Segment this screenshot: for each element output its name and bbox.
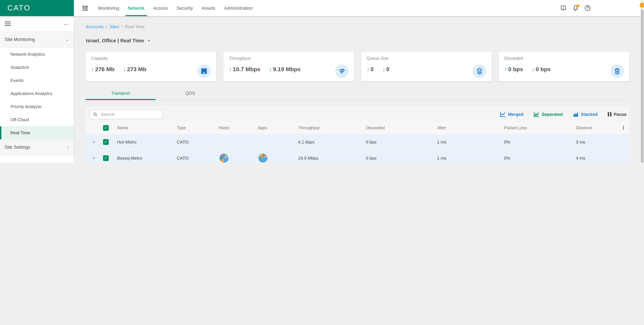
kpi-label: Capacity xyxy=(91,56,210,61)
sidebar-header: ← xyxy=(0,16,74,32)
kpi-upstream-value: ↑0 bps xyxy=(504,66,523,73)
hosts-pie-chart[interactable] xyxy=(220,153,228,163)
view-button-label: Pause xyxy=(614,112,626,117)
search-input[interactable] xyxy=(100,112,158,117)
column-header-name[interactable]: Name xyxy=(117,125,128,130)
scrollbar-thumb[interactable] xyxy=(641,10,644,163)
kpi-card-capacity: Capacity↑276 Mb↓273 Mb xyxy=(86,52,216,81)
main-nav: MonitoringNetworkAccessSecurityAssetsAdm… xyxy=(94,0,257,16)
breadcrumb-separator: / xyxy=(106,24,107,29)
expand-row-button[interactable]: + xyxy=(92,139,95,145)
chevron-down-icon: ⌄ xyxy=(66,37,69,42)
column-header-hosts[interactable]: Hosts xyxy=(219,125,230,130)
view-button-label: Stacked xyxy=(581,112,598,117)
device-icon[interactable] xyxy=(198,65,211,78)
table-toolbar: MergedSeparatedStackedPause xyxy=(86,106,629,122)
search-box[interactable] xyxy=(90,109,163,119)
kebab-icon[interactable]: ⋮ xyxy=(621,125,626,131)
sidebar-item-snapshot[interactable]: Snapshot xyxy=(0,61,74,74)
nav-item-administration[interactable]: Administration xyxy=(220,0,257,16)
kpi-downstream-value: ↓273 Mb xyxy=(123,66,146,73)
sidebar-item-priority-analyzer[interactable]: Priority Analyzer xyxy=(0,100,74,113)
sidebar-group-site-settings[interactable]: Site Settings › xyxy=(0,139,74,155)
top-navigation-bar: CATO MonitoringNetworkAccessSecurityAsse… xyxy=(0,0,644,16)
sidebar-item-events[interactable]: Events xyxy=(0,74,74,87)
sidebar-items: Network AnalyticsSnapshotEventsApplicati… xyxy=(0,48,74,139)
pause-icon xyxy=(608,112,611,116)
kpi-values: ↑0↓0 xyxy=(367,66,486,73)
stacked-button[interactable]: Stacked xyxy=(573,111,598,117)
column-header-distance[interactable]: Distance xyxy=(576,125,592,130)
feedback-icon[interactable] xyxy=(560,5,567,12)
nav-item-assets[interactable]: Assets xyxy=(197,0,220,16)
select-all-checkbox[interactable]: ✓ xyxy=(103,125,109,131)
breadcrumb-separator: / xyxy=(122,24,123,29)
layers-icon[interactable] xyxy=(473,65,486,78)
cell-packet-loss: 0% xyxy=(504,155,510,160)
collapse-sidebar-icon[interactable]: ← xyxy=(64,21,69,27)
kpi-label: Discarded xyxy=(504,56,624,61)
down-arrow-icon: ↓ xyxy=(123,66,126,73)
cell-discarded: 0 bps xyxy=(366,155,376,160)
tab-transport[interactable]: Transport xyxy=(86,88,156,100)
nav-item-access[interactable]: Access xyxy=(149,0,172,16)
column-header-apps[interactable]: Apps xyxy=(258,125,267,130)
nav-item-monitoring[interactable]: Monitoring xyxy=(94,0,124,16)
nav-item-network[interactable]: Network xyxy=(124,0,149,16)
cell-distance: 3 ms xyxy=(576,139,585,144)
hamburger-menu-icon[interactable] xyxy=(5,20,11,27)
wifi-icon[interactable] xyxy=(335,65,348,78)
app-launcher-icon[interactable] xyxy=(82,6,88,11)
notification-badge xyxy=(576,4,580,7)
sidebar: ← Site Monitoring ⌄ Network AnalyticsSna… xyxy=(0,16,74,163)
kpi-values: ↑276 Mb↓273 Mb xyxy=(91,66,210,73)
merged-button[interactable]: Merged xyxy=(500,111,523,117)
kpi-downstream-value: ↓0 xyxy=(382,66,390,73)
breadcrumb-link-sites[interactable]: Sites xyxy=(110,24,119,29)
column-header-jitter[interactable]: Jitter xyxy=(437,125,446,130)
column-header-packet-loss[interactable]: Packet Loss xyxy=(504,125,527,130)
up-arrow-icon: ↑ xyxy=(504,66,507,73)
sidebar-item-off-cloud[interactable]: Off-Cloud xyxy=(0,113,74,126)
breadcrumb-link-accounts[interactable]: Accounts xyxy=(86,24,104,29)
expand-row-button[interactable]: + xyxy=(92,155,95,161)
bell-icon[interactable] xyxy=(572,5,579,12)
up-arrow-icon: ↑ xyxy=(91,66,94,73)
page-title[interactable]: Israel_Office | Real Time ▼ xyxy=(86,38,150,43)
nav-item-security[interactable]: Security xyxy=(172,0,197,16)
cell-packet-loss: 0% xyxy=(504,139,510,144)
cell-discarded: 0 bps xyxy=(366,139,376,144)
column-header-discarded[interactable]: Discarded xyxy=(366,125,385,130)
kpi-upstream-value: ↑276 Mb xyxy=(91,66,114,73)
table-row-bezeq-metro[interactable]: +✓Bezeq-MetroCATO19.9 Mbps0 bps1 ms0%4 m… xyxy=(86,150,629,163)
view-button-label: Separated xyxy=(542,112,563,117)
sidebar-item-network-analytics[interactable]: Network Analytics xyxy=(0,48,74,61)
kpi-cards: Capacity↑276 Mb↓273 MbThroughput↑10.7 Mb… xyxy=(86,52,629,81)
sidebar-group-site-monitoring[interactable]: Site Monitoring ⌄ xyxy=(0,32,74,48)
cell-throughput: 4.1 kbps xyxy=(298,139,314,144)
apps-pie-chart[interactable] xyxy=(258,153,268,163)
scroll-marker-dot xyxy=(640,3,644,8)
vertical-scrollbar[interactable] xyxy=(640,0,644,163)
pause-button[interactable]: Pause xyxy=(608,112,626,117)
help-icon[interactable] xyxy=(584,5,591,12)
kpi-upstream-value: ↑0 xyxy=(367,66,374,73)
sidebar-item-applications-analytics[interactable]: Applications Analytics xyxy=(0,87,74,100)
sidebar-item-real-time[interactable]: Real Time xyxy=(0,126,74,139)
row-checkbox[interactable]: ✓ xyxy=(103,155,109,161)
kpi-downstream-value: ↓9.19 Mbps xyxy=(269,66,300,73)
app-window: CATO MonitoringNetworkAccessSecurityAsse… xyxy=(0,0,644,163)
main-content: Accounts/Sites/Real Time Israel_Office |… xyxy=(74,16,644,163)
table-row-hot-metro[interactable]: +✓Hot-MetroCATO4.1 kbps0 bps1 ms0%3 ms xyxy=(86,134,629,149)
dropdown-caret-icon: ▼ xyxy=(147,39,150,42)
separated-button[interactable]: Separated xyxy=(534,111,563,117)
column-header-type[interactable]: Type xyxy=(177,125,186,130)
breadcrumb-current: Real Time xyxy=(125,24,145,29)
row-checkbox[interactable]: ✓ xyxy=(103,139,109,145)
page-title-text: Israel_Office | Real Time xyxy=(86,38,144,43)
chart-view-buttons: MergedSeparatedStackedPause xyxy=(500,106,626,122)
tab-qos[interactable]: QOS xyxy=(156,88,225,100)
trash-icon[interactable] xyxy=(610,65,624,78)
column-header-throughput[interactable]: Throughput xyxy=(298,125,320,130)
cell-throughput: 19.9 Mbps xyxy=(298,155,318,160)
